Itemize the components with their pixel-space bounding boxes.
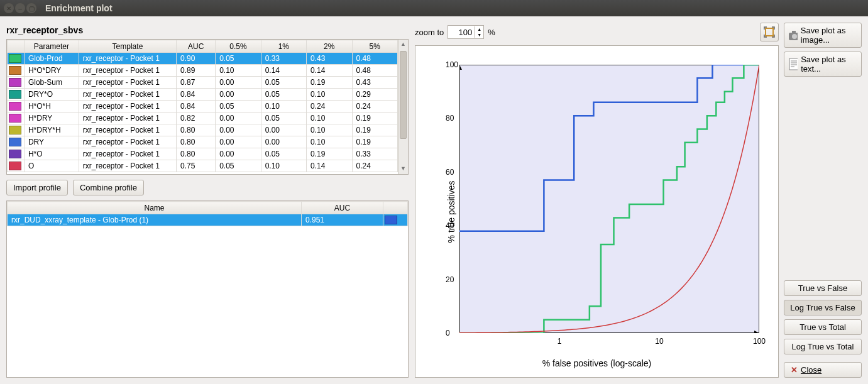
column-header[interactable]: 0.5% — [216, 40, 261, 53]
table-row[interactable]: Orxr_receptor - Pocket 10.750.050.100.14… — [8, 160, 398, 172]
svg-rect-0 — [766, 28, 773, 36]
y-tick: 0 — [446, 329, 450, 337]
color-swatch — [9, 126, 21, 134]
svg-rect-4 — [789, 58, 798, 70]
table-row[interactable]: H*Orxr_receptor - Pocket 10.800.000.050.… — [8, 148, 398, 160]
save-plot-image-button[interactable]: Save plot as image... — [784, 23, 862, 48]
combine-profile-button[interactable]: Combine profile — [73, 180, 144, 195]
color-swatch — [9, 102, 21, 111]
column-header[interactable]: AUC — [177, 40, 216, 53]
y-tick: 20 — [446, 275, 454, 284]
x-axis-label: % false positives (log-scale) — [542, 358, 652, 368]
close-icon: ✕ — [791, 365, 798, 375]
fit-view-button[interactable] — [760, 23, 779, 41]
save-plot-text-button[interactable]: Save plot as text... — [784, 52, 862, 77]
table-scrollbar[interactable]: ▲ ▼ — [398, 40, 408, 174]
column-header[interactable] — [383, 202, 407, 214]
y-tick: 80 — [446, 114, 454, 123]
true-vs-false-button[interactable]: True vs False — [784, 280, 862, 296]
color-swatch — [9, 150, 21, 158]
window-close-button[interactable]: ✕ — [4, 3, 14, 13]
zoom-down[interactable]: ▼ — [475, 32, 483, 38]
true-vs-total-button[interactable]: True vs Total — [784, 319, 862, 335]
document-icon — [788, 58, 798, 70]
table-row[interactable]: rxr_DUD_xxray_template - Glob-Prod (1)0.… — [8, 214, 408, 226]
column-header[interactable]: 5% — [352, 40, 398, 53]
y-tick: 100 — [446, 60, 458, 69]
zoom-label: zoom to — [415, 28, 444, 37]
column-header[interactable]: 2% — [307, 40, 352, 53]
window-maximize-button[interactable]: ▢ — [26, 3, 36, 13]
y-axis-label: % true positives — [446, 180, 456, 243]
table-row[interactable]: H*DRY*Hrxr_receptor - Pocket 10.800.000.… — [8, 124, 398, 136]
import-profile-button[interactable]: Import profile — [6, 180, 68, 195]
table-row[interactable]: H*O*DRYrxr_receptor - Pocket 10.890.100.… — [8, 65, 398, 77]
zoom-up[interactable]: ▲ — [475, 26, 483, 32]
color-swatch — [9, 114, 21, 123]
column-header[interactable]: Parameter — [24, 40, 79, 53]
window-title: Enrichment plot — [45, 3, 113, 13]
column-header[interactable]: Template — [79, 40, 176, 53]
color-swatch — [385, 216, 397, 224]
table-row[interactable]: Glob-Sumrxr_receptor - Pocket 10.870.000… — [8, 77, 398, 89]
titlebar: ✕ – ▢ Enrichment plot — [0, 0, 868, 16]
y-tick: 40 — [446, 221, 454, 230]
svg-rect-2 — [792, 31, 796, 33]
color-swatch — [9, 162, 21, 170]
column-header[interactable]: 1% — [261, 40, 306, 53]
zoom-spinner[interactable]: ▲▼ — [448, 25, 484, 39]
table-row[interactable]: Glob-Prodrxr_receptor - Pocket 10.900.05… — [8, 53, 398, 65]
zoom-suffix: % — [488, 28, 495, 37]
color-swatch — [9, 138, 21, 146]
table-row[interactable]: DRY*Orxr_receptor - Pocket 10.840.000.05… — [8, 89, 398, 101]
column-header[interactable] — [8, 40, 25, 53]
dataset-title: rxr_receptor_sbvs — [6, 23, 409, 39]
window-minimize-button[interactable]: – — [15, 3, 25, 13]
y-tick: 60 — [446, 168, 454, 177]
zoom-input[interactable] — [448, 28, 475, 37]
x-tick: 1 — [558, 337, 562, 346]
table-row[interactable]: H*DRYrxr_receptor - Pocket 10.820.000.05… — [8, 112, 398, 124]
color-swatch — [9, 54, 21, 63]
log-true-vs-false-button[interactable]: Log True vs False — [784, 300, 862, 315]
color-swatch — [9, 78, 21, 87]
log-true-vs-total-button[interactable]: Log True vs Total — [784, 339, 862, 354]
x-tick: 10 — [655, 337, 663, 346]
color-swatch — [9, 66, 21, 75]
profile-table[interactable]: NameAUC rxr_DUD_xxray_template - Glob-Pr… — [6, 200, 409, 378]
column-header[interactable]: AUC — [301, 202, 383, 214]
column-header[interactable]: Name — [8, 202, 302, 214]
enrichment-plot[interactable]: % true positives % false positives (log-… — [415, 45, 779, 378]
close-button[interactable]: ✕ Close — [784, 362, 862, 378]
camera-icon — [788, 30, 798, 41]
table-row[interactable]: H*O*Hrxr_receptor - Pocket 10.840.050.10… — [8, 101, 398, 112]
x-tick: 100 — [753, 337, 766, 346]
color-swatch — [9, 90, 21, 99]
parameter-table[interactable]: ParameterTemplateAUC0.5%1%2%5% Glob-Prod… — [6, 39, 409, 175]
svg-point-3 — [792, 34, 797, 39]
table-row[interactable]: DRYrxr_receptor - Pocket 10.800.000.000.… — [8, 136, 398, 148]
fit-icon — [764, 26, 775, 38]
